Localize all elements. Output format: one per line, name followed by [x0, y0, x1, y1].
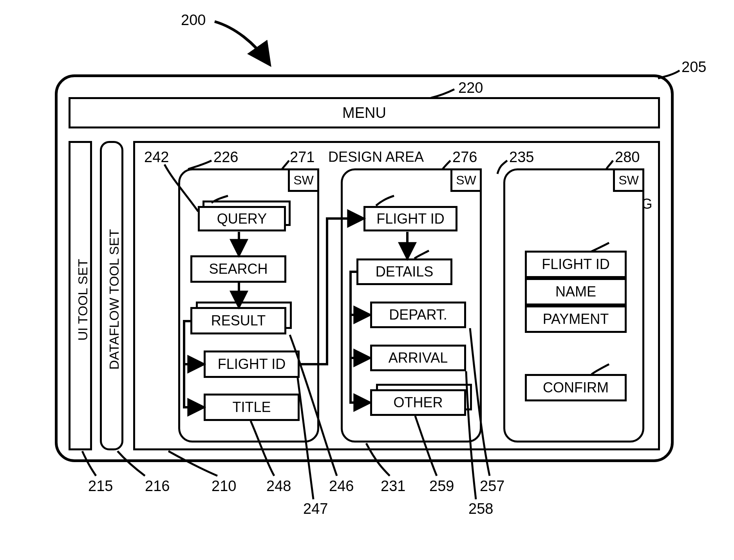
node-confirm-label: CONFIRM [543, 379, 609, 396]
node-name-label: NAME [555, 284, 596, 300]
node-name[interactable]: NAME [525, 278, 627, 305]
node-title-label: TITLE [232, 399, 271, 415]
ref-258: 258 [468, 500, 493, 517]
sw-button-right[interactable]: SW [613, 168, 644, 192]
ref-271: 271 [290, 149, 315, 166]
node-arrival[interactable]: ARRIVAL [370, 345, 466, 371]
node-mid-flightid[interactable]: FLIGHT ID [363, 206, 457, 231]
ref-226: 226 [213, 149, 238, 166]
node-query-label: QUERY [217, 211, 267, 227]
ref-231: 231 [381, 478, 405, 495]
node-other[interactable]: OTHER [370, 389, 466, 416]
node-search[interactable]: SEARCH [190, 255, 286, 283]
design-area-label: DESIGN AREA [328, 149, 424, 165]
node-result[interactable]: RESULT [190, 307, 286, 334]
ref-235: 235 [509, 149, 534, 166]
menu-label: MENU [342, 105, 386, 121]
sw-button-middle[interactable]: SW [450, 168, 482, 192]
ref-248: 248 [266, 478, 291, 495]
sw-button-left[interactable]: SW [288, 168, 319, 192]
node-search-label: SEARCH [209, 261, 268, 277]
node-right-flightid-label: FLIGHT ID [542, 256, 609, 273]
ref-259: 259 [429, 478, 454, 495]
node-title[interactable]: TITLE [204, 394, 300, 421]
sw-right-label: SW [618, 173, 639, 188]
ref-280: 280 [615, 149, 640, 166]
node-details[interactable]: DETAILS [356, 258, 452, 285]
sidebar-dataflow-label: DATAFLOW TOOL SET [107, 210, 122, 390]
ref-menu: 220 [458, 79, 483, 96]
node-query[interactable]: QUERY [198, 206, 286, 231]
node-depart-label: DEPART. [389, 307, 447, 323]
node-other-label: OTHER [394, 394, 443, 411]
node-result-label: RESULT [211, 313, 266, 329]
ref-window: 205 [682, 59, 706, 76]
node-right-flightid[interactable]: FLIGHT ID [525, 251, 627, 278]
node-details-label: DETAILS [376, 264, 433, 280]
sidebar-dataflow-toolset[interactable]: DATAFLOW TOOL SET [100, 141, 123, 450]
ref-210: 210 [212, 478, 236, 495]
node-payment[interactable]: PAYMENT [525, 305, 627, 333]
node-mid-flightid-label: FLIGHT ID [376, 211, 444, 227]
node-confirm[interactable]: CONFIRM [525, 374, 627, 401]
sw-left-label: SW [293, 173, 314, 188]
ref-215: 215 [88, 478, 113, 495]
ref-247: 247 [303, 500, 328, 517]
ref-242: 242 [144, 149, 169, 166]
ref-216: 216 [145, 478, 170, 495]
sw-middle-label: SW [456, 173, 476, 188]
node-depart[interactable]: DEPART. [370, 302, 466, 328]
node-left-flightid[interactable]: FLIGHT ID [204, 350, 300, 378]
ref-figure: 200 [181, 12, 206, 29]
menu-bar[interactable]: MENU [69, 97, 660, 128]
ref-246: 246 [329, 478, 354, 495]
node-left-flightid-label: FLIGHT ID [218, 356, 286, 372]
node-payment-label: PAYMENT [543, 311, 609, 327]
ref-257: 257 [480, 478, 504, 495]
sidebar-ui-label: UI TOOL SET [75, 245, 90, 354]
node-arrival-label: ARRIVAL [389, 350, 448, 366]
sidebar-ui-toolset[interactable]: UI TOOL SET [69, 141, 92, 450]
ref-276: 276 [452, 149, 477, 166]
